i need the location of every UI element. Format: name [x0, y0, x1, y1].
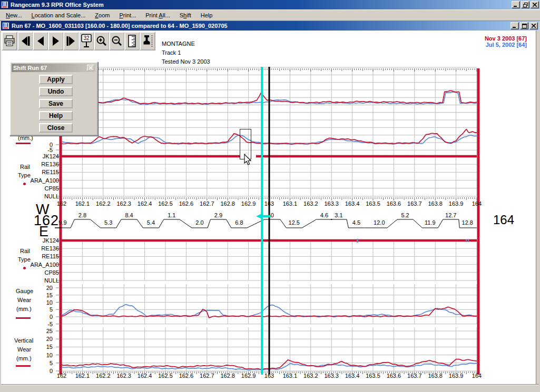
step-first-button[interactable] — [17, 32, 33, 51]
shift-dialog-close-button[interactable]: ✕ — [87, 65, 94, 71]
zoom-in-icon — [95, 35, 108, 47]
milepost-left-e: E — [39, 224, 49, 240]
run-legend: Nov 3 2003 [67]Jul 5, 2002 [64] — [469, 35, 527, 48]
milepost-sign-icon: 32 — [80, 34, 93, 48]
legend-run-1: Jul 5, 2002 [64] — [469, 42, 527, 48]
svg-text:32: 32 — [83, 35, 90, 41]
zoom-out-button[interactable] — [109, 32, 125, 51]
menu-item-help[interactable]: Help — [196, 11, 218, 20]
minimize-icon — [514, 3, 518, 7]
rail-type-2-dot — [23, 267, 26, 269]
minimize-icon — [513, 24, 517, 28]
menu-item-printall[interactable]: Print All... — [141, 11, 174, 20]
location-name: MONTAGNE — [162, 41, 195, 47]
rail-type-1-label-line2: Type — [18, 172, 31, 178]
help-button[interactable]: Help — [39, 111, 73, 120]
close-button[interactable]: Close — [39, 123, 73, 133]
close-icon — [533, 3, 537, 7]
window-right-border — [536, 21, 540, 392]
run-window-title: Run 67 - MO_1600_031103 [160.00 - 180.00… — [12, 23, 228, 29]
window-bottom-edge — [1, 385, 539, 392]
milepost-button[interactable]: 32 — [78, 32, 94, 51]
save-button[interactable]: Save — [39, 99, 73, 108]
run67-sample-line — [16, 143, 31, 144]
milepost-right: 164 — [493, 213, 514, 227]
zoom-out-icon — [111, 35, 123, 47]
rail-profile-icon — [141, 34, 154, 48]
ruler-icon — [126, 34, 139, 48]
restore-icon — [523, 3, 528, 7]
gauge-wear-label-line3: (mm.) — [16, 306, 32, 312]
prev-button[interactable] — [33, 32, 48, 51]
apply-button[interactable]: Apply — [39, 75, 73, 84]
menu-item-print[interactable]: Print... — [114, 11, 141, 20]
step-last-icon — [65, 35, 77, 47]
rail-type-1-label-line1: Rail — [20, 164, 30, 170]
vertical-wear-label-line2: Wear — [17, 346, 31, 353]
menubar: New...Location and Scale...ZoomPrint...P… — [0, 9, 540, 21]
run-window-titlebar: Run 67 - MO_1600_031103 [160.00 - 180.00… — [1, 21, 539, 31]
close-icon — [532, 24, 536, 28]
menu-item-shift[interactable]: Shift — [175, 11, 196, 20]
undo-button[interactable]: Undo — [39, 87, 73, 96]
print-icon — [3, 35, 16, 47]
legend-run-0: Nov 3 2003 [67] — [469, 35, 527, 42]
app-close-button[interactable] — [531, 1, 539, 8]
app-minimize-button[interactable] — [512, 1, 520, 8]
run-maximize-button[interactable] — [520, 22, 528, 29]
zoom-in-button[interactable] — [94, 32, 110, 51]
track-name: Track 1 — [162, 49, 181, 56]
step-last-button[interactable] — [63, 32, 79, 51]
vertical-wear-label-line1: Vertical — [14, 337, 33, 344]
run67-sample-line — [16, 365, 31, 367]
print-button[interactable] — [2, 32, 17, 51]
run-window-icon — [2, 22, 9, 29]
menu-item-locationandscale[interactable]: Location and Scale... — [27, 11, 91, 20]
rail-profile-button[interactable] — [140, 32, 155, 51]
run-close-button[interactable] — [529, 22, 538, 29]
run-minimize-button[interactable] — [510, 22, 519, 29]
app-titlebar: Rangecam 9.3 RPR Office System — [0, 0, 540, 9]
shift-dialog-title: Shift Run 67 — [13, 65, 47, 71]
rail-type-2-label-line1: Rail — [20, 248, 30, 254]
prev-icon — [34, 35, 47, 47]
menu-item-zoom[interactable]: Zoom — [90, 11, 114, 20]
gauge-wear-label-line2: Wear — [17, 297, 31, 303]
next-icon — [50, 35, 62, 47]
menu-item-new[interactable]: New... — [1, 11, 27, 20]
rail-type-2-label-line2: Type — [18, 256, 31, 263]
maximize-icon — [522, 24, 527, 28]
vertical-wear-label-line3: (mm.) — [16, 355, 32, 361]
next-button[interactable] — [48, 32, 64, 51]
ruler-button[interactable] — [124, 32, 140, 51]
app-icon — [1, 1, 8, 8]
mouse-cursor — [243, 154, 254, 166]
run67-sample-line — [16, 317, 31, 319]
tested-date: Tested Nov 3 2003 — [162, 58, 210, 65]
app-restore-button[interactable] — [521, 1, 529, 8]
rail-type-1-dot — [23, 183, 26, 185]
shift-dialog-titlebar: Shift Run 67 ✕ — [12, 64, 96, 72]
gauge-wear-label-line1: Gauge — [16, 288, 33, 294]
app-title: Rangecam 9.3 RPR Office System — [11, 2, 104, 8]
shift-dialog: Shift Run 67 ✕ Apply Undo Save Help Clos… — [9, 62, 98, 136]
step-first-icon — [19, 35, 32, 47]
